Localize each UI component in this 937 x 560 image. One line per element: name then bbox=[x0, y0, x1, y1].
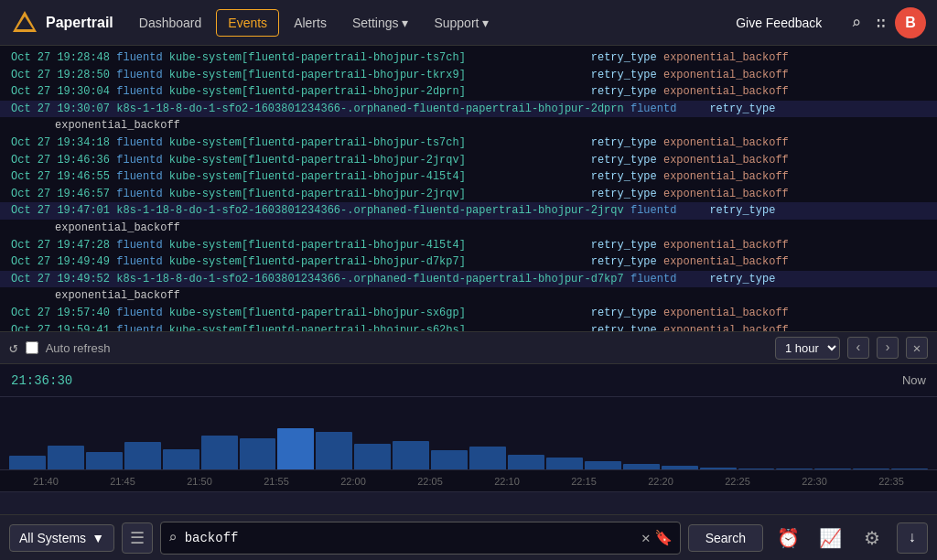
timeline-label: 22:20 bbox=[622, 476, 699, 487]
log-area: Oct 27 19:28:48 fluentd kube-system[flue… bbox=[0, 46, 937, 331]
system-select-label: All Systems bbox=[19, 531, 86, 545]
timeline-time: 21:36:30 bbox=[11, 373, 72, 388]
nav-events[interactable]: Events bbox=[216, 9, 279, 37]
log-line: Oct 27 19:46:55 fluentd kube-system[flue… bbox=[0, 168, 937, 186]
log-line: Oct 27 19:57:40 fluentd kube-system[flue… bbox=[0, 305, 937, 322]
search-icon[interactable]: ⌕ bbox=[845, 7, 867, 38]
logo[interactable]: Papertrail bbox=[11, 9, 113, 37]
auto-refresh-label: Auto refresh bbox=[46, 341, 111, 355]
next-button[interactable]: › bbox=[877, 337, 899, 359]
timeline-chart[interactable] bbox=[0, 397, 937, 470]
search-icon: ⌕ bbox=[168, 529, 178, 547]
log-line: Oct 27 19:47:01 k8s-1-18-8-do-1-sfo2-160… bbox=[0, 202, 937, 220]
nav-alerts[interactable]: Alerts bbox=[283, 10, 338, 36]
chart-bar bbox=[86, 452, 123, 469]
toolbar: ↺ Auto refresh 1 hour ‹ › ✕ bbox=[0, 331, 937, 364]
chart-bar bbox=[853, 468, 889, 470]
clear-icon[interactable]: ✕ bbox=[641, 529, 651, 547]
chart-bar bbox=[240, 438, 276, 469]
chart-bar bbox=[201, 436, 238, 470]
feedback-button[interactable]: Give Feedback bbox=[723, 10, 835, 36]
search-input[interactable] bbox=[185, 531, 641, 545]
log-line: Oct 27 19:30:07 k8s-1-18-8-do-1-sfo2-160… bbox=[0, 101, 937, 118]
log-line-continued: exponential_backoff bbox=[0, 287, 937, 305]
timeline-label: 22:00 bbox=[315, 476, 392, 487]
chart-bar bbox=[662, 466, 698, 469]
chart-icon-button[interactable]: 📈 bbox=[813, 521, 847, 555]
chart-bar bbox=[469, 447, 506, 469]
nav-support[interactable]: Support ▾ bbox=[423, 10, 500, 36]
timeline-label: 21:50 bbox=[161, 476, 238, 487]
chart-bar bbox=[393, 441, 429, 470]
nav-settings[interactable]: Settings ▾ bbox=[341, 10, 419, 36]
timeline-label: 22:10 bbox=[468, 476, 545, 487]
chart-bar bbox=[316, 432, 352, 469]
log-line: Oct 27 19:47:28 fluentd kube-system[flue… bbox=[0, 237, 937, 254]
chart-bar bbox=[354, 444, 391, 470]
timeline-header: 21:36:30 Now bbox=[0, 364, 937, 397]
down-arrow-button[interactable]: ↓ bbox=[897, 522, 928, 554]
avatar[interactable]: B bbox=[895, 7, 926, 38]
clock-icon-button[interactable]: ⏰ bbox=[770, 521, 805, 555]
log-line: Oct 27 19:49:49 fluentd kube-system[flue… bbox=[0, 253, 937, 271]
log-line: Oct 27 19:34:18 fluentd kube-system[flue… bbox=[0, 135, 937, 152]
log-line: Oct 27 19:28:48 fluentd kube-system[flue… bbox=[0, 49, 937, 67]
nav-dashboard[interactable]: Dashboard bbox=[128, 10, 213, 36]
timeline-label: 21:45 bbox=[84, 476, 161, 487]
chart-bar bbox=[700, 468, 737, 469]
refresh-icon[interactable]: ↺ bbox=[9, 339, 18, 357]
nav-links: Dashboard Events Alerts Settings ▾ Suppo… bbox=[128, 9, 501, 37]
log-line: Oct 27 19:28:50 fluentd kube-system[flue… bbox=[0, 67, 937, 84]
chart-bar bbox=[776, 468, 813, 470]
chart-bar bbox=[891, 468, 928, 470]
search-button[interactable]: Search bbox=[688, 524, 763, 552]
chart-bar bbox=[277, 428, 314, 469]
prev-button[interactable]: ‹ bbox=[847, 337, 869, 359]
timeline-label: 22:30 bbox=[776, 476, 853, 487]
settings-icon-button[interactable]: ⚙ bbox=[855, 521, 889, 555]
chart-bar bbox=[508, 455, 544, 470]
navbar: Papertrail Dashboard Events Alerts Setti… bbox=[0, 0, 937, 46]
log-line: Oct 27 19:59:41 fluentd kube-system[flue… bbox=[0, 322, 937, 332]
chart-bar bbox=[585, 461, 621, 469]
chart-bar bbox=[738, 468, 775, 470]
chevron-down-icon: ▼ bbox=[92, 531, 104, 545]
logo-text: Papertrail bbox=[46, 15, 113, 31]
bookmark-icon[interactable]: 🔖 bbox=[654, 529, 673, 547]
hour-select[interactable]: 1 hour bbox=[775, 337, 840, 360]
log-line-continued: exponential_backoff bbox=[0, 220, 937, 237]
timeline-label: 22:15 bbox=[545, 476, 622, 487]
timeline-labels: 21:40 21:45 21:50 21:55 22:00 22:05 22:1… bbox=[0, 470, 937, 492]
chart-bar bbox=[431, 450, 468, 469]
system-select[interactable]: All Systems ▼ bbox=[9, 524, 114, 552]
chart-bar bbox=[623, 464, 660, 469]
chart-bar bbox=[48, 446, 84, 469]
timeline-label: 22:05 bbox=[392, 476, 468, 487]
chart-bars bbox=[0, 397, 937, 469]
search-bar: ⌕ ✕ 🔖 bbox=[160, 522, 681, 555]
log-line-continued: exponential_backoff bbox=[0, 117, 937, 135]
timeline-label: 21:55 bbox=[238, 476, 315, 487]
grid-icon[interactable]: ∷ bbox=[870, 7, 891, 38]
timeline-now: Now bbox=[902, 373, 926, 387]
chart-bar bbox=[163, 449, 199, 470]
log-line: Oct 27 19:46:57 fluentd kube-system[flue… bbox=[0, 186, 937, 203]
timeline-label: 22:35 bbox=[853, 476, 930, 487]
chart-bar bbox=[546, 458, 583, 470]
chart-bar bbox=[9, 456, 46, 469]
hamburger-button[interactable]: ☰ bbox=[122, 522, 153, 554]
log-line: Oct 27 19:49:52 k8s-1-18-8-do-1-sfo2-160… bbox=[0, 271, 937, 288]
close-button[interactable]: ✕ bbox=[906, 337, 928, 359]
chart-bar bbox=[814, 468, 851, 470]
log-line: Oct 27 19:46:36 fluentd kube-system[flue… bbox=[0, 152, 937, 169]
log-line: Oct 27 19:30:04 fluentd kube-system[flue… bbox=[0, 83, 937, 101]
timeline-label: 21:40 bbox=[7, 476, 84, 487]
bottom-bar: All Systems ▼ ☰ ⌕ ✕ 🔖 Search ⏰ 📈 ⚙ ↓ bbox=[0, 514, 937, 560]
chart-bar bbox=[124, 442, 161, 469]
auto-refresh-checkbox[interactable] bbox=[26, 341, 38, 354]
timeline-label: 22:25 bbox=[699, 476, 776, 487]
